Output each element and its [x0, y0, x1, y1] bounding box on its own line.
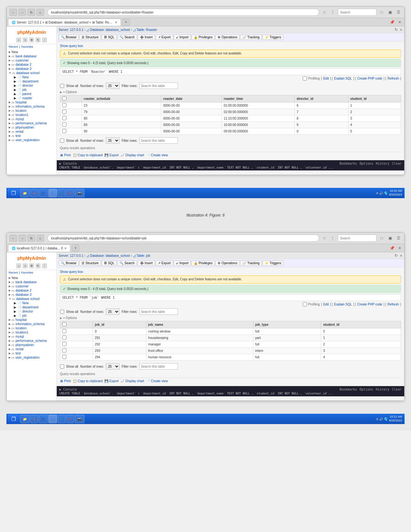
db-department-2[interactable]: ▶ 📄 department — [7, 305, 56, 309]
breadcrumb-db-2[interactable]: ◿ Database: database_school — [86, 254, 130, 257]
col-job_id[interactable]: job_id — [93, 321, 146, 328]
new-label-2[interactable]: New — [12, 276, 18, 280]
pin-icon-1[interactable]: 📌 — [389, 19, 395, 25]
structure-btn-1[interactable]: ☰ Structure — [79, 34, 101, 40]
db-location-1[interactable]: ▶ 🗃 location — [7, 109, 56, 113]
select-all-checkbox-1[interactable] — [62, 96, 66, 101]
back-button-2[interactable]: ← — [9, 235, 17, 242]
start-button-1[interactable]: ❐ — [8, 189, 19, 198]
col-roaster_time[interactable]: roaster_time — [221, 95, 294, 102]
bookmarks-link-2[interactable]: Bookmarks — [339, 388, 357, 391]
refresh-link-1[interactable]: Refresh — [387, 77, 399, 80]
show-all-checkbox-b-1[interactable] — [60, 139, 64, 143]
db-customer-1[interactable]: ▶ 🗃 customer — [7, 58, 56, 63]
settings-icon-1[interactable]: ☰ — [395, 9, 402, 15]
clear-link-1[interactable]: Clear — [392, 162, 402, 165]
row-checkbox[interactable] — [62, 335, 66, 340]
tracking-btn-2[interactable]: 📈 Tracking — [240, 260, 262, 266]
db-school-2[interactable]: ▼ 🗃 database school — [7, 297, 56, 301]
db-database2-2[interactable]: ▶ 🗃 database 2 — [7, 288, 56, 293]
breadcrumb-refresh-1[interactable]: ↻ — [395, 27, 398, 32]
user-icon-1[interactable]: ☺ — [23, 37, 28, 43]
col-student_id[interactable]: student_id — [348, 95, 401, 102]
home-icon-1[interactable]: ⌂ — [16, 37, 21, 43]
row-checkbox[interactable] — [62, 122, 66, 127]
new-tab-button-1[interactable]: + — [122, 19, 130, 26]
db-school-new-1[interactable]: ▶ 📄 New — [7, 75, 56, 79]
db-test-1[interactable]: ▶ 🗃 test — [7, 134, 56, 138]
create-php-link-2[interactable]: Create PHP code — [357, 303, 382, 306]
import-btn-1[interactable]: ↙ Import — [174, 34, 191, 40]
col-roaster_schedule[interactable]: roaster_schedule — [82, 95, 161, 102]
taskbar-app3-2[interactable]: O — [66, 415, 74, 423]
profiling-checkbox-1[interactable] — [303, 76, 307, 81]
db-department-1[interactable]: ▶ 📄 department — [7, 79, 56, 83]
triggers-btn-1[interactable]: ⚡ Triggers — [262, 34, 283, 40]
rows-select-b-2[interactable]: 25 50 100 — [106, 363, 120, 370]
db-phpmyadmin-1[interactable]: ▶ 🗃 phpmyadmin — [7, 125, 56, 130]
search-btn-2[interactable]: 🔍 Search — [117, 260, 137, 266]
new-item-2[interactable]: ▶ New — [7, 276, 56, 280]
db-infschema-2[interactable]: ▶ 🗃 information_schema — [7, 322, 56, 326]
settings-icon-sidebar-2[interactable]: ⚙ — [29, 263, 34, 268]
bookmark-icon-2[interactable]: ☆ — [321, 235, 328, 241]
options-console-link-2[interactable]: Options — [360, 388, 373, 391]
db-perfschema-2[interactable]: ▶ 🗃 performance_schema — [7, 339, 56, 343]
breadcrumb-db-1[interactable]: ◿ Database: database_school — [86, 28, 130, 32]
display-chart-link-1[interactable]: 📈 Display chart — [121, 153, 144, 157]
options-console-link-1[interactable]: Options — [360, 162, 373, 165]
row-checkbox[interactable] — [62, 329, 66, 333]
export-results-link-2[interactable]: 💾 Export — [104, 379, 119, 383]
breadcrumb-table-1[interactable]: ◿ Table: Roaster — [133, 28, 157, 32]
new-item-1[interactable]: ▶ New — [7, 50, 56, 54]
rows-select-1[interactable]: 25 50 100 — [106, 82, 120, 89]
db-userreg-1[interactable]: ▶ 🗃 user_registration — [7, 138, 56, 142]
menu-icon-2[interactable]: ⋮ — [329, 235, 336, 241]
clear-link-2[interactable]: Clear — [392, 388, 402, 391]
db-director-2[interactable]: ▶ 📄 director — [7, 309, 56, 314]
refresh-link-2[interactable]: Refresh — [387, 303, 399, 306]
breadcrumb-server-2[interactable]: Server: 127.0.0.1 — [59, 254, 83, 257]
recent-link-2[interactable]: Recent — [9, 271, 18, 274]
taskbar-app4-1[interactable]: 📷 — [75, 189, 84, 197]
home-button-2[interactable]: ⌂ — [36, 235, 44, 242]
col-job_type[interactable]: job_type — [253, 321, 321, 328]
triggers-btn-2[interactable]: ⚡ Triggers — [262, 260, 283, 266]
col-student_id2[interactable]: student_id — [321, 321, 401, 328]
refresh-icon-sidebar-2[interactable]: ↻ — [35, 263, 41, 268]
forward-button-2[interactable]: → — [18, 235, 26, 242]
taskbar-word-2[interactable]: W — [39, 415, 47, 423]
copy-link-2[interactable]: 📋 Copy to clipboard — [73, 379, 103, 383]
sql-btn-2[interactable]: 🖹 SQL — [102, 260, 117, 266]
edit-link-1[interactable]: Edit — [323, 77, 329, 80]
show-all-checkbox-b-2[interactable] — [60, 364, 64, 369]
window-icon-2[interactable]: □ — [378, 235, 385, 241]
home-button-1[interactable]: ⌂ — [36, 9, 44, 16]
row-checkbox[interactable] — [62, 103, 66, 107]
address-bar-1[interactable] — [47, 9, 319, 16]
db-location-2[interactable]: ▶ 🗃 location — [7, 326, 56, 330]
tab-job[interactable]: 🌐 localhost /127.0.0.1 / databa... X ✕ — [8, 245, 70, 252]
maximize-icon-2[interactable]: ▣ — [387, 235, 393, 241]
db-roaster-1[interactable]: ▶ 📄 roaster — [7, 96, 56, 100]
db-job-1[interactable]: ▶ 📄 job — [7, 88, 56, 92]
search-input-1[interactable] — [338, 9, 377, 16]
rows-select-2[interactable]: 25 50 100 — [106, 308, 120, 315]
export-btn-1[interactable]: ↗ Export — [156, 34, 173, 40]
breadcrumb-close-1[interactable]: ✕ — [400, 28, 402, 32]
options-toggle-1[interactable]: ▶ » Options — [60, 90, 401, 94]
row-checkbox[interactable] — [62, 342, 66, 346]
search-input-2[interactable] — [338, 235, 377, 242]
operations-btn-2[interactable]: ⚙ Operations — [215, 260, 240, 266]
tracking-btn-1[interactable]: 📈 Tracking — [240, 34, 262, 40]
bookmark-icon-1[interactable]: ☆ — [321, 9, 328, 15]
taskbar-firefox-2[interactable]: ● — [30, 415, 38, 423]
db-test-2[interactable]: ▶ 🗃 test — [7, 351, 56, 355]
home-icon-2[interactable]: ⌂ — [16, 263, 21, 268]
row-checkbox[interactable] — [62, 348, 66, 353]
filter-rows-input-b-1[interactable] — [139, 137, 178, 144]
db-parent-1[interactable]: ▶ 📄 parent — [7, 92, 56, 96]
rows-select-b-1[interactable]: 25 50 100 — [106, 137, 120, 144]
show-query-box-2[interactable]: Show query box — [60, 269, 401, 274]
db-rental-1[interactable]: ▶ 🗃 rental — [7, 130, 56, 134]
